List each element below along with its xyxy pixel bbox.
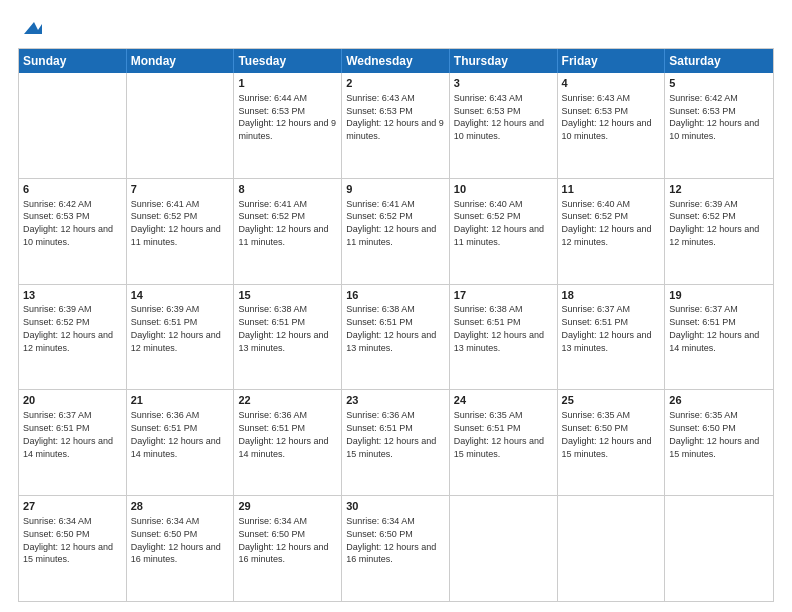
day-number: 7 bbox=[131, 182, 230, 197]
calendar-cell bbox=[450, 496, 558, 601]
day-number: 15 bbox=[238, 288, 337, 303]
cell-daylight-info: Sunrise: 6:38 AM Sunset: 6:51 PM Dayligh… bbox=[346, 304, 436, 352]
calendar-row: 20Sunrise: 6:37 AM Sunset: 6:51 PM Dayli… bbox=[19, 389, 773, 495]
cell-daylight-info: Sunrise: 6:43 AM Sunset: 6:53 PM Dayligh… bbox=[562, 93, 652, 141]
day-number: 16 bbox=[346, 288, 445, 303]
cell-daylight-info: Sunrise: 6:40 AM Sunset: 6:52 PM Dayligh… bbox=[454, 199, 544, 247]
calendar-row: 27Sunrise: 6:34 AM Sunset: 6:50 PM Dayli… bbox=[19, 495, 773, 601]
cell-daylight-info: Sunrise: 6:42 AM Sunset: 6:53 PM Dayligh… bbox=[669, 93, 759, 141]
day-number: 3 bbox=[454, 76, 553, 91]
calendar-cell bbox=[127, 73, 235, 178]
svg-marker-0 bbox=[24, 22, 42, 34]
cell-daylight-info: Sunrise: 6:37 AM Sunset: 6:51 PM Dayligh… bbox=[669, 304, 759, 352]
calendar-cell: 2Sunrise: 6:43 AM Sunset: 6:53 PM Daylig… bbox=[342, 73, 450, 178]
calendar-body: 1Sunrise: 6:44 AM Sunset: 6:53 PM Daylig… bbox=[19, 73, 773, 601]
cell-daylight-info: Sunrise: 6:34 AM Sunset: 6:50 PM Dayligh… bbox=[238, 516, 328, 564]
calendar-cell: 15Sunrise: 6:38 AM Sunset: 6:51 PM Dayli… bbox=[234, 285, 342, 390]
day-number: 26 bbox=[669, 393, 769, 408]
logo bbox=[18, 18, 42, 38]
cell-daylight-info: Sunrise: 6:39 AM Sunset: 6:52 PM Dayligh… bbox=[23, 304, 113, 352]
calendar-cell: 7Sunrise: 6:41 AM Sunset: 6:52 PM Daylig… bbox=[127, 179, 235, 284]
calendar-cell: 8Sunrise: 6:41 AM Sunset: 6:52 PM Daylig… bbox=[234, 179, 342, 284]
calendar-cell: 18Sunrise: 6:37 AM Sunset: 6:51 PM Dayli… bbox=[558, 285, 666, 390]
day-number: 27 bbox=[23, 499, 122, 514]
day-number: 2 bbox=[346, 76, 445, 91]
calendar-header-cell: Friday bbox=[558, 49, 666, 73]
cell-daylight-info: Sunrise: 6:39 AM Sunset: 6:52 PM Dayligh… bbox=[669, 199, 759, 247]
calendar-cell: 5Sunrise: 6:42 AM Sunset: 6:53 PM Daylig… bbox=[665, 73, 773, 178]
calendar-cell: 25Sunrise: 6:35 AM Sunset: 6:50 PM Dayli… bbox=[558, 390, 666, 495]
calendar-cell: 13Sunrise: 6:39 AM Sunset: 6:52 PM Dayli… bbox=[19, 285, 127, 390]
day-number: 13 bbox=[23, 288, 122, 303]
calendar-cell: 23Sunrise: 6:36 AM Sunset: 6:51 PM Dayli… bbox=[342, 390, 450, 495]
cell-daylight-info: Sunrise: 6:38 AM Sunset: 6:51 PM Dayligh… bbox=[238, 304, 328, 352]
day-number: 14 bbox=[131, 288, 230, 303]
calendar-cell: 24Sunrise: 6:35 AM Sunset: 6:51 PM Dayli… bbox=[450, 390, 558, 495]
logo-icon bbox=[20, 16, 42, 38]
calendar-header: SundayMondayTuesdayWednesdayThursdayFrid… bbox=[19, 49, 773, 73]
calendar-cell: 21Sunrise: 6:36 AM Sunset: 6:51 PM Dayli… bbox=[127, 390, 235, 495]
cell-daylight-info: Sunrise: 6:34 AM Sunset: 6:50 PM Dayligh… bbox=[131, 516, 221, 564]
calendar-header-cell: Tuesday bbox=[234, 49, 342, 73]
calendar-cell: 16Sunrise: 6:38 AM Sunset: 6:51 PM Dayli… bbox=[342, 285, 450, 390]
day-number: 12 bbox=[669, 182, 769, 197]
day-number: 29 bbox=[238, 499, 337, 514]
cell-daylight-info: Sunrise: 6:42 AM Sunset: 6:53 PM Dayligh… bbox=[23, 199, 113, 247]
cell-daylight-info: Sunrise: 6:36 AM Sunset: 6:51 PM Dayligh… bbox=[346, 410, 436, 458]
calendar-header-cell: Monday bbox=[127, 49, 235, 73]
calendar-header-cell: Sunday bbox=[19, 49, 127, 73]
cell-daylight-info: Sunrise: 6:34 AM Sunset: 6:50 PM Dayligh… bbox=[346, 516, 436, 564]
calendar-header-cell: Wednesday bbox=[342, 49, 450, 73]
calendar-cell: 30Sunrise: 6:34 AM Sunset: 6:50 PM Dayli… bbox=[342, 496, 450, 601]
day-number: 25 bbox=[562, 393, 661, 408]
calendar-cell: 28Sunrise: 6:34 AM Sunset: 6:50 PM Dayli… bbox=[127, 496, 235, 601]
calendar-cell: 9Sunrise: 6:41 AM Sunset: 6:52 PM Daylig… bbox=[342, 179, 450, 284]
day-number: 17 bbox=[454, 288, 553, 303]
calendar-cell: 20Sunrise: 6:37 AM Sunset: 6:51 PM Dayli… bbox=[19, 390, 127, 495]
calendar-cell bbox=[558, 496, 666, 601]
calendar-cell: 6Sunrise: 6:42 AM Sunset: 6:53 PM Daylig… bbox=[19, 179, 127, 284]
cell-daylight-info: Sunrise: 6:34 AM Sunset: 6:50 PM Dayligh… bbox=[23, 516, 113, 564]
day-number: 23 bbox=[346, 393, 445, 408]
cell-daylight-info: Sunrise: 6:35 AM Sunset: 6:50 PM Dayligh… bbox=[562, 410, 652, 458]
day-number: 5 bbox=[669, 76, 769, 91]
calendar-cell: 1Sunrise: 6:44 AM Sunset: 6:53 PM Daylig… bbox=[234, 73, 342, 178]
calendar-cell: 27Sunrise: 6:34 AM Sunset: 6:50 PM Dayli… bbox=[19, 496, 127, 601]
calendar-cell: 11Sunrise: 6:40 AM Sunset: 6:52 PM Dayli… bbox=[558, 179, 666, 284]
day-number: 22 bbox=[238, 393, 337, 408]
calendar-header-cell: Saturday bbox=[665, 49, 773, 73]
day-number: 24 bbox=[454, 393, 553, 408]
calendar-cell: 3Sunrise: 6:43 AM Sunset: 6:53 PM Daylig… bbox=[450, 73, 558, 178]
day-number: 18 bbox=[562, 288, 661, 303]
calendar-cell: 4Sunrise: 6:43 AM Sunset: 6:53 PM Daylig… bbox=[558, 73, 666, 178]
cell-daylight-info: Sunrise: 6:41 AM Sunset: 6:52 PM Dayligh… bbox=[131, 199, 221, 247]
calendar-header-cell: Thursday bbox=[450, 49, 558, 73]
calendar-cell: 10Sunrise: 6:40 AM Sunset: 6:52 PM Dayli… bbox=[450, 179, 558, 284]
calendar-cell: 14Sunrise: 6:39 AM Sunset: 6:51 PM Dayli… bbox=[127, 285, 235, 390]
cell-daylight-info: Sunrise: 6:44 AM Sunset: 6:53 PM Dayligh… bbox=[238, 93, 336, 141]
day-number: 8 bbox=[238, 182, 337, 197]
calendar-cell: 17Sunrise: 6:38 AM Sunset: 6:51 PM Dayli… bbox=[450, 285, 558, 390]
cell-daylight-info: Sunrise: 6:36 AM Sunset: 6:51 PM Dayligh… bbox=[238, 410, 328, 458]
cell-daylight-info: Sunrise: 6:43 AM Sunset: 6:53 PM Dayligh… bbox=[346, 93, 444, 141]
day-number: 20 bbox=[23, 393, 122, 408]
calendar-cell: 26Sunrise: 6:35 AM Sunset: 6:50 PM Dayli… bbox=[665, 390, 773, 495]
cell-daylight-info: Sunrise: 6:40 AM Sunset: 6:52 PM Dayligh… bbox=[562, 199, 652, 247]
calendar-cell: 29Sunrise: 6:34 AM Sunset: 6:50 PM Dayli… bbox=[234, 496, 342, 601]
day-number: 9 bbox=[346, 182, 445, 197]
cell-daylight-info: Sunrise: 6:41 AM Sunset: 6:52 PM Dayligh… bbox=[346, 199, 436, 247]
page: SundayMondayTuesdayWednesdayThursdayFrid… bbox=[0, 0, 792, 612]
calendar-row: 1Sunrise: 6:44 AM Sunset: 6:53 PM Daylig… bbox=[19, 73, 773, 178]
day-number: 11 bbox=[562, 182, 661, 197]
cell-daylight-info: Sunrise: 6:36 AM Sunset: 6:51 PM Dayligh… bbox=[131, 410, 221, 458]
calendar-row: 6Sunrise: 6:42 AM Sunset: 6:53 PM Daylig… bbox=[19, 178, 773, 284]
day-number: 30 bbox=[346, 499, 445, 514]
day-number: 6 bbox=[23, 182, 122, 197]
cell-daylight-info: Sunrise: 6:35 AM Sunset: 6:50 PM Dayligh… bbox=[669, 410, 759, 458]
calendar-row: 13Sunrise: 6:39 AM Sunset: 6:52 PM Dayli… bbox=[19, 284, 773, 390]
cell-daylight-info: Sunrise: 6:38 AM Sunset: 6:51 PM Dayligh… bbox=[454, 304, 544, 352]
cell-daylight-info: Sunrise: 6:37 AM Sunset: 6:51 PM Dayligh… bbox=[23, 410, 113, 458]
day-number: 10 bbox=[454, 182, 553, 197]
calendar-cell bbox=[19, 73, 127, 178]
header bbox=[18, 18, 774, 38]
